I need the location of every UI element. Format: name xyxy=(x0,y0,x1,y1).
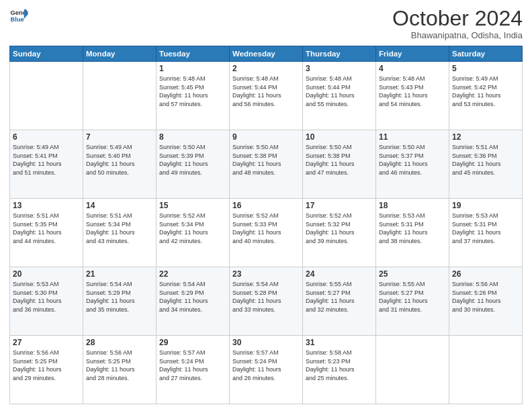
day-info: Sunrise: 5:57 AM Sunset: 5:24 PM Dayligh… xyxy=(232,349,300,382)
day-info: Sunrise: 5:53 AM Sunset: 5:31 PM Dayligh… xyxy=(452,212,519,245)
day-info: Sunrise: 5:49 AM Sunset: 5:40 PM Dayligh… xyxy=(86,143,153,177)
calendar-week-1: 1Sunrise: 5:48 AM Sunset: 5:45 PM Daylig… xyxy=(10,62,523,130)
day-number: 8 xyxy=(159,132,226,142)
calendar-cell: 13Sunrise: 5:51 AM Sunset: 5:35 PM Dayli… xyxy=(10,199,83,267)
calendar-cell: 31Sunrise: 5:58 AM Sunset: 5:23 PM Dayli… xyxy=(303,336,376,404)
day-info: Sunrise: 5:51 AM Sunset: 5:34 PM Dayligh… xyxy=(86,212,153,245)
day-info: Sunrise: 5:58 AM Sunset: 5:23 PM Dayligh… xyxy=(306,349,373,382)
day-number: 27 xyxy=(13,338,80,347)
day-number: 31 xyxy=(306,338,373,347)
day-number: 16 xyxy=(232,201,300,210)
calendar-cell: 1Sunrise: 5:48 AM Sunset: 5:45 PM Daylig… xyxy=(157,62,230,130)
day-info: Sunrise: 5:52 AM Sunset: 5:32 PM Dayligh… xyxy=(306,212,373,245)
calendar-cell: 7Sunrise: 5:49 AM Sunset: 5:40 PM Daylig… xyxy=(83,130,157,199)
calendar-cell: 2Sunrise: 5:48 AM Sunset: 5:44 PM Daylig… xyxy=(230,62,303,130)
weekday-header-friday: Friday xyxy=(376,46,449,62)
calendar-cell: 9Sunrise: 5:50 AM Sunset: 5:38 PM Daylig… xyxy=(230,130,303,199)
calendar-cell: 26Sunrise: 5:56 AM Sunset: 5:26 PM Dayli… xyxy=(449,267,523,336)
calendar-week-3: 13Sunrise: 5:51 AM Sunset: 5:35 PM Dayli… xyxy=(10,199,523,267)
weekday-header-sunday: Sunday xyxy=(10,46,83,62)
calendar-cell: 24Sunrise: 5:55 AM Sunset: 5:27 PM Dayli… xyxy=(303,267,376,336)
day-number: 30 xyxy=(232,338,300,347)
calendar-cell xyxy=(10,62,83,130)
calendar-header: SundayMondayTuesdayWednesdayThursdayFrid… xyxy=(10,46,523,62)
calendar-cell: 23Sunrise: 5:54 AM Sunset: 5:28 PM Dayli… xyxy=(230,267,303,336)
day-number: 5 xyxy=(452,64,519,73)
day-info: Sunrise: 5:57 AM Sunset: 5:24 PM Dayligh… xyxy=(159,349,226,382)
calendar-cell: 10Sunrise: 5:50 AM Sunset: 5:38 PM Dayli… xyxy=(303,130,376,199)
day-info: Sunrise: 5:48 AM Sunset: 5:43 PM Dayligh… xyxy=(379,75,446,108)
calendar-cell: 17Sunrise: 5:52 AM Sunset: 5:32 PM Dayli… xyxy=(303,199,376,267)
header: General Blue October 2024 Bhawanipatna, … xyxy=(9,7,523,40)
calendar-cell: 21Sunrise: 5:54 AM Sunset: 5:29 PM Dayli… xyxy=(83,267,157,336)
day-number: 17 xyxy=(306,201,373,210)
calendar-cell: 25Sunrise: 5:55 AM Sunset: 5:27 PM Dayli… xyxy=(376,267,449,336)
calendar-cell: 12Sunrise: 5:51 AM Sunset: 5:36 PM Dayli… xyxy=(449,130,523,199)
weekday-header-thursday: Thursday xyxy=(303,46,376,62)
month-title: October 2024 xyxy=(392,7,523,30)
weekday-header-row: SundayMondayTuesdayWednesdayThursdayFrid… xyxy=(10,46,523,62)
calendar-cell: 30Sunrise: 5:57 AM Sunset: 5:24 PM Dayli… xyxy=(230,336,303,404)
calendar-cell: 14Sunrise: 5:51 AM Sunset: 5:34 PM Dayli… xyxy=(83,199,157,267)
day-info: Sunrise: 5:51 AM Sunset: 5:35 PM Dayligh… xyxy=(13,212,80,245)
calendar-cell: 18Sunrise: 5:53 AM Sunset: 5:31 PM Dayli… xyxy=(376,199,449,267)
calendar-cell: 15Sunrise: 5:52 AM Sunset: 5:34 PM Dayli… xyxy=(157,199,230,267)
calendar-cell: 27Sunrise: 5:56 AM Sunset: 5:25 PM Dayli… xyxy=(10,336,83,404)
day-number: 29 xyxy=(159,338,226,347)
day-info: Sunrise: 5:48 AM Sunset: 5:44 PM Dayligh… xyxy=(232,75,300,108)
day-info: Sunrise: 5:50 AM Sunset: 5:39 PM Dayligh… xyxy=(159,143,226,177)
calendar-cell: 3Sunrise: 5:48 AM Sunset: 5:44 PM Daylig… xyxy=(303,62,376,130)
calendar-cell: 6Sunrise: 5:49 AM Sunset: 5:41 PM Daylig… xyxy=(10,130,83,199)
calendar-week-5: 27Sunrise: 5:56 AM Sunset: 5:25 PM Dayli… xyxy=(10,336,523,404)
day-info: Sunrise: 5:55 AM Sunset: 5:27 PM Dayligh… xyxy=(379,280,446,314)
day-info: Sunrise: 5:48 AM Sunset: 5:44 PM Dayligh… xyxy=(306,75,373,108)
calendar-week-4: 20Sunrise: 5:53 AM Sunset: 5:30 PM Dayli… xyxy=(10,267,523,336)
day-number: 14 xyxy=(86,201,153,210)
day-info: Sunrise: 5:56 AM Sunset: 5:26 PM Dayligh… xyxy=(452,280,519,314)
calendar-cell: 16Sunrise: 5:52 AM Sunset: 5:33 PM Dayli… xyxy=(230,199,303,267)
day-info: Sunrise: 5:48 AM Sunset: 5:45 PM Dayligh… xyxy=(159,75,226,108)
calendar-cell: 11Sunrise: 5:50 AM Sunset: 5:37 PM Dayli… xyxy=(376,130,449,199)
day-number: 19 xyxy=(452,201,519,210)
day-number: 7 xyxy=(86,132,153,142)
day-number: 9 xyxy=(232,132,300,142)
day-info: Sunrise: 5:56 AM Sunset: 5:25 PM Dayligh… xyxy=(86,349,153,382)
day-number: 28 xyxy=(86,338,153,347)
day-number: 6 xyxy=(13,132,80,142)
day-info: Sunrise: 5:52 AM Sunset: 5:34 PM Dayligh… xyxy=(159,212,226,245)
day-number: 11 xyxy=(379,132,446,142)
day-number: 3 xyxy=(306,64,373,73)
day-info: Sunrise: 5:51 AM Sunset: 5:36 PM Dayligh… xyxy=(452,143,519,177)
calendar-week-2: 6Sunrise: 5:49 AM Sunset: 5:41 PM Daylig… xyxy=(10,130,523,199)
title-block: October 2024 Bhawanipatna, Odisha, India xyxy=(392,7,523,40)
weekday-header-tuesday: Tuesday xyxy=(157,46,230,62)
day-info: Sunrise: 5:54 AM Sunset: 5:28 PM Dayligh… xyxy=(232,280,300,314)
day-number: 20 xyxy=(13,269,80,279)
calendar-cell: 8Sunrise: 5:50 AM Sunset: 5:39 PM Daylig… xyxy=(157,130,230,199)
day-number: 26 xyxy=(452,269,519,279)
calendar-cell: 4Sunrise: 5:48 AM Sunset: 5:43 PM Daylig… xyxy=(376,62,449,130)
calendar-cell: 5Sunrise: 5:49 AM Sunset: 5:42 PM Daylig… xyxy=(449,62,523,130)
logo-icon: General Blue xyxy=(9,7,28,26)
day-number: 12 xyxy=(452,132,519,142)
day-number: 18 xyxy=(379,201,446,210)
day-number: 22 xyxy=(159,269,226,279)
day-info: Sunrise: 5:52 AM Sunset: 5:33 PM Dayligh… xyxy=(232,212,300,245)
calendar-cell xyxy=(449,336,523,404)
day-number: 4 xyxy=(379,64,446,73)
day-info: Sunrise: 5:49 AM Sunset: 5:42 PM Dayligh… xyxy=(452,75,519,108)
day-number: 15 xyxy=(159,201,226,210)
day-number: 21 xyxy=(86,269,153,279)
day-number: 23 xyxy=(232,269,300,279)
day-info: Sunrise: 5:54 AM Sunset: 5:29 PM Dayligh… xyxy=(86,280,153,314)
calendar-body: 1Sunrise: 5:48 AM Sunset: 5:45 PM Daylig… xyxy=(10,62,523,404)
day-number: 2 xyxy=(232,64,300,73)
weekday-header-wednesday: Wednesday xyxy=(230,46,303,62)
day-info: Sunrise: 5:56 AM Sunset: 5:25 PM Dayligh… xyxy=(13,349,80,382)
day-info: Sunrise: 5:49 AM Sunset: 5:41 PM Dayligh… xyxy=(13,143,80,177)
day-info: Sunrise: 5:50 AM Sunset: 5:38 PM Dayligh… xyxy=(232,143,300,177)
day-number: 13 xyxy=(13,201,80,210)
calendar-cell: 20Sunrise: 5:53 AM Sunset: 5:30 PM Dayli… xyxy=(10,267,83,336)
day-info: Sunrise: 5:54 AM Sunset: 5:29 PM Dayligh… xyxy=(159,280,226,314)
calendar-cell xyxy=(376,336,449,404)
